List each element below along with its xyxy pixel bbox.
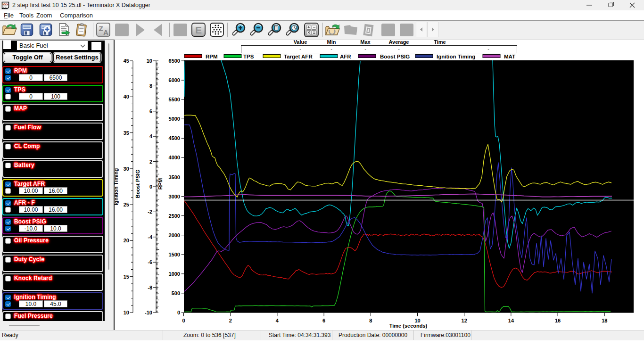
- svg-text:5500: 5500: [169, 97, 180, 102]
- svg-text:15: 15: [124, 274, 129, 280]
- svg-text:-: -: [330, 46, 332, 52]
- svg-text:1500: 1500: [169, 252, 180, 257]
- svg-text:30: 30: [124, 166, 129, 172]
- svg-text:RPM: RPM: [206, 54, 218, 59]
- svg-text:8: 8: [149, 83, 152, 89]
- svg-text:-6: -6: [148, 259, 152, 265]
- svg-text:35: 35: [124, 130, 129, 136]
- svg-text:45: 45: [124, 58, 129, 64]
- svg-text:MAT: MAT: [504, 54, 515, 59]
- svg-text:0: 0: [182, 318, 185, 323]
- svg-text:1000: 1000: [169, 271, 180, 277]
- svg-text:10: 10: [147, 58, 152, 64]
- svg-text:Boost PSIG: Boost PSIG: [380, 54, 410, 59]
- svg-text:Ignition Timing: Ignition Timing: [115, 168, 119, 206]
- svg-text:-2: -2: [148, 209, 152, 214]
- svg-text:6: 6: [322, 318, 325, 323]
- svg-text:-: -: [364, 46, 366, 52]
- svg-text:4: 4: [276, 318, 279, 323]
- svg-text:Boost PSIG: Boost PSIG: [135, 170, 140, 198]
- svg-text:4000: 4000: [169, 155, 180, 160]
- svg-text:TPS: TPS: [243, 54, 254, 59]
- svg-text:6000: 6000: [169, 77, 180, 83]
- svg-text:18: 18: [602, 318, 607, 323]
- svg-text:4500: 4500: [169, 135, 180, 141]
- svg-text:-10: -10: [145, 310, 152, 315]
- svg-text:DOC: DOC: [2, 2, 8, 5]
- svg-text:AFR: AFR: [340, 54, 351, 59]
- svg-text:Time (seconds): Time (seconds): [389, 323, 428, 329]
- svg-text:Min: Min: [327, 40, 336, 45]
- svg-text:10: 10: [124, 310, 129, 315]
- svg-text:-: -: [487, 46, 489, 52]
- svg-text:2: 2: [229, 318, 232, 323]
- svg-text:40: 40: [124, 94, 129, 99]
- svg-text:Time: Time: [434, 40, 446, 45]
- svg-text:Value: Value: [294, 40, 307, 45]
- svg-text:8: 8: [369, 318, 372, 323]
- svg-text:0: 0: [177, 310, 180, 315]
- svg-text:14: 14: [508, 318, 514, 323]
- svg-text:3000: 3000: [169, 194, 180, 199]
- svg-text:2500: 2500: [169, 213, 180, 219]
- svg-text:6500: 6500: [169, 58, 180, 64]
- svg-text:Target AFR: Target AFR: [284, 54, 313, 59]
- svg-text:-4: -4: [148, 234, 153, 240]
- svg-text:5000: 5000: [169, 116, 180, 122]
- svg-text:-8: -8: [148, 285, 152, 290]
- svg-text:0: 0: [149, 184, 152, 190]
- svg-text:-: -: [299, 46, 301, 52]
- svg-text:Ignition Timing: Ignition Timing: [437, 54, 475, 59]
- svg-text:12: 12: [462, 318, 467, 323]
- svg-text:A: A: [103, 28, 108, 36]
- svg-text:Average: Average: [388, 40, 409, 45]
- svg-text:Max: Max: [360, 40, 371, 45]
- svg-text:3500: 3500: [169, 174, 180, 180]
- svg-text:RPM: RPM: [157, 178, 163, 190]
- svg-text:4: 4: [149, 133, 153, 139]
- svg-text:6: 6: [149, 108, 152, 114]
- svg-text:2: 2: [149, 159, 152, 165]
- svg-text:2000: 2000: [169, 232, 180, 238]
- svg-text:500: 500: [172, 290, 180, 296]
- svg-text:16: 16: [555, 318, 561, 323]
- svg-text:E: E: [195, 25, 202, 35]
- svg-text:25: 25: [124, 202, 129, 207]
- svg-text:Z: Z: [99, 25, 103, 33]
- svg-text:-: -: [398, 46, 400, 52]
- svg-text:20: 20: [124, 238, 129, 243]
